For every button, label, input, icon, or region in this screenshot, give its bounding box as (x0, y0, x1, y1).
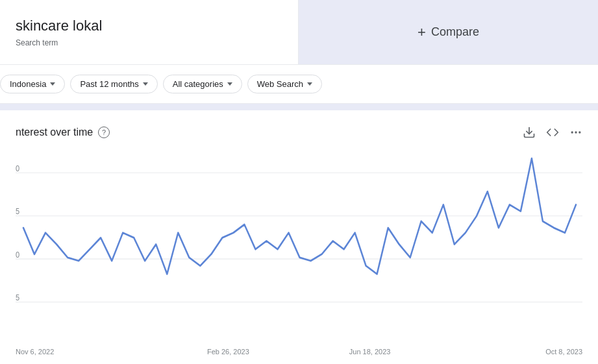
chart-actions (523, 126, 582, 139)
help-icon[interactable]: ? (98, 127, 110, 138)
chevron-down-icon (50, 82, 55, 86)
chart-section: nterest over time ? (0, 110, 598, 356)
filter-category[interactable]: All categories (163, 75, 242, 93)
interest-over-time-chart: 0 5 0 5 (16, 144, 582, 345)
chart-title: nterest over time (16, 127, 93, 138)
chart-container: 0 5 0 5 (16, 144, 582, 345)
x-label-3: Jun 18, 2023 (299, 348, 441, 356)
search-term-box: skincare lokal Search term (0, 0, 299, 64)
filter-time-range-label: Past 12 months (80, 79, 138, 89)
chevron-down-icon (307, 82, 312, 86)
svg-text:5: 5 (16, 207, 19, 216)
compare-plus-icon: + (417, 24, 426, 41)
x-label-2: Feb 26, 2023 (157, 348, 299, 356)
filter-search-type-label: Web Search (257, 79, 303, 89)
chart-header: nterest over time ? (16, 126, 582, 139)
chevron-down-icon (227, 82, 232, 86)
x-label-1: Nov 6, 2022 (16, 348, 157, 356)
more-options-icon[interactable] (569, 126, 582, 139)
download-icon[interactable] (523, 126, 536, 139)
top-section: skincare lokal Search term + Compare (0, 0, 598, 65)
svg-text:0: 0 (16, 164, 19, 173)
filter-search-type[interactable]: Web Search (247, 75, 322, 93)
filter-country[interactable]: Indonesia (0, 75, 65, 93)
svg-point-3 (579, 131, 580, 133)
compare-label: Compare (431, 25, 479, 39)
chart-title-area: nterest over time ? (16, 127, 110, 138)
svg-point-2 (575, 131, 577, 133)
filter-time-range[interactable]: Past 12 months (70, 75, 157, 93)
filters-section: Indonesia Past 12 months All categories … (0, 65, 598, 104)
filter-country-label: Indonesia (10, 79, 46, 89)
embed-icon[interactable] (546, 126, 559, 139)
chevron-down-icon (143, 82, 148, 86)
help-question-mark: ? (102, 128, 106, 136)
compare-box[interactable]: + Compare (299, 0, 598, 64)
search-term-label: Search term (16, 38, 282, 47)
svg-text:0: 0 (16, 250, 19, 259)
compare-button[interactable]: + Compare (417, 24, 479, 41)
svg-text:5: 5 (16, 293, 19, 302)
svg-point-1 (571, 131, 573, 133)
x-axis-labels: Nov 6, 2022 Feb 26, 2023 Jun 18, 2023 Oc… (16, 345, 582, 356)
search-term-title: skincare lokal (16, 17, 282, 36)
x-label-4: Oct 8, 2023 (441, 348, 582, 356)
highlight-bar (0, 104, 598, 110)
filter-category-label: All categories (173, 79, 223, 89)
